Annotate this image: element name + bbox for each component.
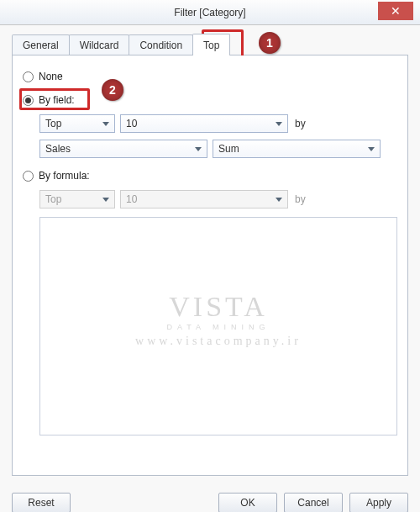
radio-none-label: None: [39, 71, 63, 82]
radio-by-field-label: By field:: [39, 94, 75, 106]
window-title: Filter [Category]: [174, 7, 245, 18]
ok-button[interactable]: OK: [218, 493, 277, 512]
by-field-agg-value: Sum: [218, 143, 239, 155]
radio-by-formula-label: By formula:: [39, 170, 90, 182]
tab-general[interactable]: General: [12, 34, 70, 55]
chevron-down-icon: [276, 122, 282, 126]
by-field-field-combo[interactable]: Sales: [39, 140, 207, 158]
tab-panel-top: None By field: 2 Top 10 by S: [12, 55, 408, 476]
watermark-subtitle: DATA MINING: [109, 323, 328, 331]
by-formula-direction-value: Top: [45, 193, 61, 205]
annotation-callout-1: 1: [259, 32, 281, 54]
chevron-down-icon: [102, 122, 109, 126]
tab-wildcard[interactable]: Wildcard: [69, 34, 130, 55]
by-field-direction-combo[interactable]: Top: [39, 114, 115, 133]
tab-top[interactable]: Top: [192, 34, 230, 55]
by-field-agg-combo[interactable]: Sum: [213, 140, 381, 158]
by-formula-row1: Top 10 by: [39, 190, 397, 208]
chevron-down-icon: [195, 147, 202, 151]
by-field-controls: Top 10 by Sales Sum: [39, 114, 397, 158]
formula-textarea: VISTA DATA MINING www.vistacompany.ir: [39, 217, 397, 435]
by-field-row1: Top 10 by: [39, 114, 397, 133]
by-field-count-value: 10: [126, 118, 137, 129]
tab-condition[interactable]: Condition: [129, 34, 193, 55]
radio-none[interactable]: [23, 71, 34, 82]
cancel-button[interactable]: Cancel: [284, 493, 343, 512]
by-field-count-combo[interactable]: 10: [120, 114, 288, 133]
watermark-logo: VISTA: [109, 293, 328, 321]
by-formula-direction-combo: Top: [39, 190, 115, 208]
annotation-callout-2: 2: [102, 79, 123, 101]
radio-by-field-row[interactable]: By field:: [23, 91, 397, 109]
button-bar: Reset OK Cancel Apply: [0, 484, 420, 512]
by-formula-count-value: 10: [126, 193, 137, 205]
watermark-url: www.vistacompany.ir: [109, 335, 328, 348]
by-field-row2: Sales Sum: [39, 140, 397, 158]
by-formula-by-label: by: [293, 193, 307, 205]
by-formula-controls: Top 10 by: [39, 190, 397, 208]
radio-none-row[interactable]: None: [23, 67, 397, 86]
reset-button[interactable]: Reset: [12, 493, 71, 512]
radio-by-field[interactable]: [23, 95, 34, 106]
tab-strip: General Wildcard Condition Top 1: [12, 34, 408, 55]
chevron-down-icon: [102, 198, 109, 202]
by-field-direction-value: Top: [45, 118, 61, 129]
titlebar: Filter [Category] ✕: [0, 0, 420, 25]
watermark: VISTA DATA MINING www.vistacompany.ir: [109, 293, 328, 348]
chevron-down-icon: [368, 147, 375, 151]
by-formula-count-combo: 10: [120, 190, 288, 208]
button-bar-right: OK Cancel Apply: [218, 493, 408, 512]
by-field-field-value: Sales: [45, 143, 71, 155]
close-button[interactable]: ✕: [378, 2, 413, 20]
chevron-down-icon: [276, 198, 282, 202]
radio-by-formula[interactable]: [23, 171, 34, 182]
apply-button[interactable]: Apply: [349, 493, 408, 512]
close-icon: ✕: [391, 4, 401, 18]
radio-by-formula-row[interactable]: By formula:: [23, 166, 397, 185]
dialog-body: General Wildcard Condition Top 1 None By…: [0, 25, 420, 484]
by-field-by-label: by: [293, 118, 307, 129]
